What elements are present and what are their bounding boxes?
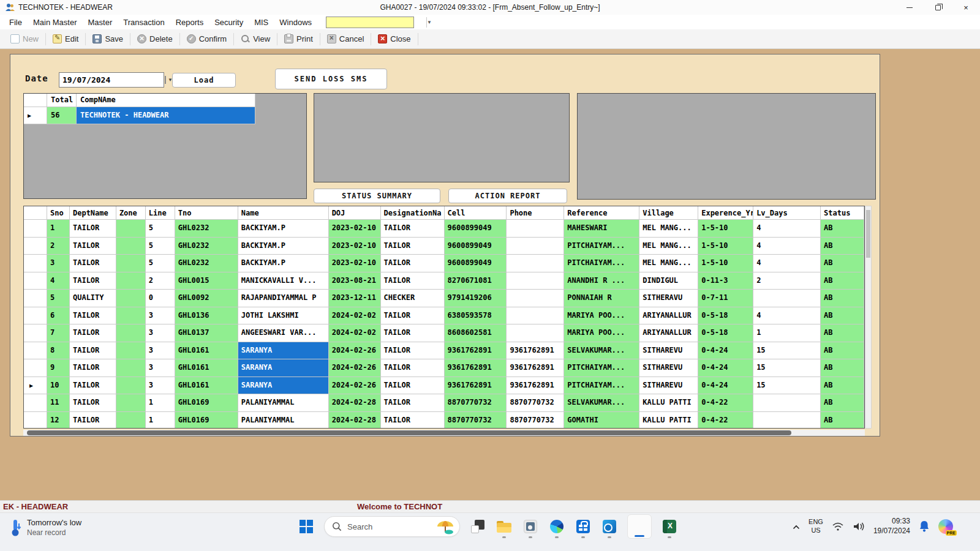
grid-cell[interactable]: TAILOR [70,307,116,325]
grid-header-cell[interactable]: Lv_Days [753,206,821,220]
grid-cell[interactable] [507,272,564,290]
grid-cell[interactable]: SITHAREVU [639,359,698,377]
table-row[interactable]: ▶10TAILOR3GHL0161SARANYA2024-02-26TAILOR… [24,377,864,395]
grid-cell[interactable]: 8608602581 [445,324,507,342]
grid-cell[interactable] [116,377,146,395]
grid-cell[interactable] [116,220,146,238]
grid-cell[interactable]: TAILOR [70,342,116,360]
grid-cell[interactable]: AB [821,324,864,342]
grid-cell[interactable]: AB [821,272,864,290]
grid-cell[interactable]: 2 [146,272,175,290]
grid-cell[interactable]: TAILOR [70,359,116,377]
grid-cell[interactable] [507,324,564,342]
date-field[interactable] [59,75,165,84]
total-column-header[interactable]: Total [47,94,77,107]
grid-cell[interactable]: SITHAREVU [639,377,698,395]
grid-cell[interactable]: 3 [146,342,175,360]
grid-cell[interactable]: 2024-02-02 [329,307,381,325]
store-button[interactable] [575,513,592,540]
grid-cell[interactable]: TAILOR [381,342,445,360]
grid-cell[interactable] [507,255,564,272]
tray-chevron-up-icon[interactable] [793,523,800,531]
grid-cell[interactable]: TAILOR [381,238,445,255]
grid-cell[interactable]: MAHESWARI [564,220,639,238]
new-button[interactable]: New [5,32,44,46]
company-name-cell[interactable]: TECHNOTEK - HEADWEAR [77,107,255,124]
grid-cell[interactable] [753,394,821,412]
grid-cell[interactable]: GHL0169 [175,394,238,412]
table-row[interactable]: 5QUALITY0GHL0092RAJAPANDIYAMMAL P2023-12… [24,290,864,307]
grid-cell[interactable]: PITCHAIYAM... [564,377,639,395]
grid-cell[interactable]: TAILOR [70,220,116,238]
status-summary-button[interactable]: STATUS SUMMARY [314,189,440,203]
grid-cell[interactable]: 0-4-24 [698,342,753,360]
grid-cell[interactable]: SITHERAVU [639,290,698,307]
grid-cell[interactable]: AB [821,220,864,238]
grid-cell[interactable]: 1 [753,324,821,342]
grid-cell[interactable]: 5 [146,220,175,238]
grid-cell[interactable]: TAILOR [381,307,445,325]
language-indicator[interactable]: ENG US [809,518,823,535]
grid-cell[interactable]: MARIYA POO... [564,307,639,325]
grid-cell[interactable]: TAILOR [381,394,445,412]
grid-cell[interactable]: MEL MANG... [639,238,698,255]
search-box[interactable]: Search [324,516,460,537]
grid-cell[interactable]: GOMATHI [564,412,639,429]
grid-cell[interactable]: 5 [47,290,70,307]
grid-cell[interactable]: 8870770732 [507,394,564,412]
grid-cell[interactable]: ANGEESWARI VAR... [238,324,329,342]
grid-cell[interactable] [116,359,146,377]
grid-cell[interactable]: 3 [146,359,175,377]
grid-cell[interactable]: 6380593578 [445,307,507,325]
grid-cell[interactable]: 2024-02-26 [329,359,381,377]
table-row[interactable]: 11TAILOR1GHL0169PALANIYAMMAL2024-02-28TA… [24,394,864,412]
grid-header-cell[interactable]: Village [639,206,698,220]
calendar-icon[interactable] [165,76,166,84]
grid-cell[interactable]: 9361762891 [507,359,564,377]
grid-cell[interactable]: TAILOR [381,324,445,342]
grid-cell[interactable]: 8 [47,342,70,360]
grid-cell[interactable]: GHL0092 [175,290,238,307]
erp-app-button-active[interactable] [627,514,652,539]
grid-cell[interactable]: 8870770732 [445,412,507,429]
grid-cell[interactable] [507,290,564,307]
grid-cell[interactable]: GHL0137 [175,324,238,342]
menu-search-combo[interactable]: ▼ [326,17,414,28]
grid-header-cell[interactable]: Sno [47,206,70,220]
grid-cell[interactable]: 8870770732 [445,394,507,412]
grid-cell[interactable]: 2024-02-28 [329,412,381,429]
grid-cell[interactable] [116,412,146,429]
grid-cell[interactable]: KALLU PATTI [639,394,698,412]
clock[interactable]: 09:33 19/07/2024 [873,517,910,536]
grid-cell[interactable]: PITCHAIYAM... [564,255,639,272]
grid-cell[interactable]: GHL0161 [175,359,238,377]
send-loss-sms-button[interactable]: SEND LOSS SMS [275,69,387,89]
grid-cell[interactable]: 0-4-24 [698,359,753,377]
grid-cell[interactable]: TAILOR [381,377,445,395]
outlook-button[interactable] [601,513,618,540]
grid-cell[interactable] [116,324,146,342]
grid-cell[interactable]: GHL0232 [175,220,238,238]
table-row[interactable]: 8TAILOR3GHL0161SARANYA2024-02-26TAILOR93… [24,342,864,360]
grid-cell[interactable]: SARANYA [238,342,329,360]
grid-cell[interactable]: 0-11-3 [698,272,753,290]
grid-cell[interactable] [116,272,146,290]
grid-header-cell[interactable]: Experence_Yr_ [698,206,753,220]
grid-cell[interactable]: SITHAREVU [639,342,698,360]
grid-cell[interactable]: QUALITY [70,290,116,307]
grid-cell[interactable] [507,220,564,238]
grid-cell[interactable]: TAILOR [70,324,116,342]
grid-cell[interactable]: 9600899049 [445,238,507,255]
grid-cell[interactable] [116,394,146,412]
table-row[interactable]: 12TAILOR1GHL0169PALANIYAMMAL2024-02-28TA… [24,412,864,429]
grid-cell[interactable]: GHL0161 [175,342,238,360]
grid-cell[interactable]: 2024-02-26 [329,377,381,395]
grid-cell[interactable]: 1-5-10 [698,255,753,272]
grid-cell[interactable]: TAILOR [381,255,445,272]
company-total-cell[interactable]: 56 [47,107,77,124]
grid-cell[interactable]: SARANYA [238,377,329,395]
grid-cell[interactable]: 0-7-11 [698,290,753,307]
grid-cell[interactable]: 3 [47,255,70,272]
grid-cell[interactable]: AB [821,412,864,429]
photos-button[interactable] [522,513,539,540]
